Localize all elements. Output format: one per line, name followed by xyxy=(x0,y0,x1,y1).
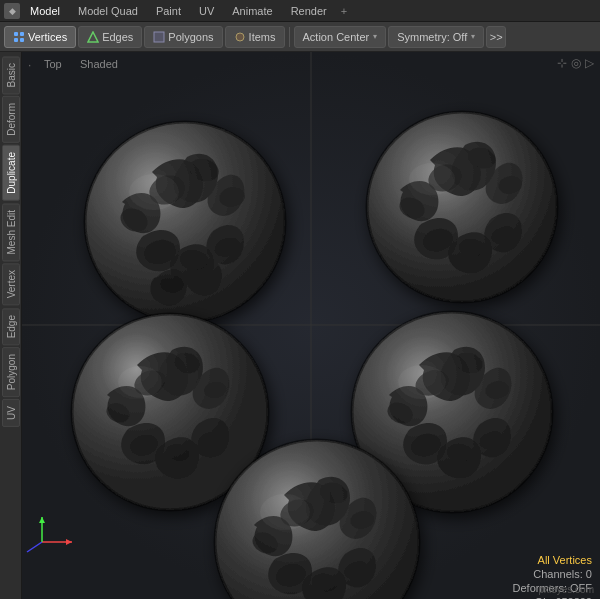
toolbar-separator-1 xyxy=(289,27,290,47)
menu-plus[interactable]: + xyxy=(337,3,351,19)
symmetry-chevron: ▾ xyxy=(471,32,475,41)
svg-rect-5 xyxy=(154,32,164,42)
toolbar: Vertices Edges Polygons Items Action Cen… xyxy=(0,22,600,52)
svg-marker-4 xyxy=(88,32,98,42)
viewport-top-label: Top xyxy=(44,58,62,70)
sidebar-tab-deform[interactable]: Deform xyxy=(2,96,20,143)
sidebar-tab-basic[interactable]: Basic xyxy=(2,56,20,94)
menu-tab-render[interactable]: Render xyxy=(283,0,335,22)
status-channels: Channels: 0 xyxy=(533,568,592,580)
sidebar-tab-uv[interactable]: UV xyxy=(2,399,20,427)
viewport-top-icons: ⊹ ◎ ▷ xyxy=(557,56,594,70)
status-all-vertices: All Vertices xyxy=(538,554,593,566)
vertices-icon xyxy=(13,31,25,43)
items-button[interactable]: Items xyxy=(225,26,285,48)
svg-rect-1 xyxy=(20,32,24,36)
menu-tab-modelquad[interactable]: Model Quad xyxy=(70,0,146,22)
action-center-chevron: ▾ xyxy=(373,32,377,41)
sphere-1 xyxy=(85,122,285,322)
svg-point-36 xyxy=(409,163,455,195)
vertices-button[interactable]: Vertices xyxy=(4,26,76,48)
viewport-svg: All Vertices Channels: 0 Deformers: OFF … xyxy=(22,52,600,599)
viewport-area: · Top Shaded ⊹ ◎ ▷ xyxy=(22,52,600,599)
sidebar-tab-polygon[interactable]: Polygon xyxy=(2,347,20,397)
watermark-text: pxleyes.com xyxy=(538,584,594,595)
action-center-button[interactable]: Action Center ▾ xyxy=(294,26,387,48)
viewport-shading-label: Shaded xyxy=(80,58,118,70)
sidebar-tab-vertex[interactable]: Vertex xyxy=(2,263,20,305)
edges-button[interactable]: Edges xyxy=(78,26,142,48)
svg-point-6 xyxy=(236,33,244,41)
viewport-dot: · xyxy=(28,58,31,72)
polygons-button[interactable]: Polygons xyxy=(144,26,222,48)
sidebar-tab-edge[interactable]: Edge xyxy=(2,308,20,345)
svg-rect-2 xyxy=(14,38,18,42)
sidebar-tab-meshedit[interactable]: Mesh Edit xyxy=(2,203,20,261)
svg-point-56 xyxy=(398,365,446,399)
svg-point-26 xyxy=(129,174,179,210)
menu-tab-model[interactable]: Model xyxy=(22,0,68,22)
left-sidebar: Basic Deform Duplicate Mesh Edit Vertex … xyxy=(0,52,22,599)
polygons-icon xyxy=(153,31,165,43)
more-tools-button[interactable]: >> xyxy=(486,26,506,48)
viewport-icon-triangle[interactable]: ▷ xyxy=(585,56,594,70)
symmetry-button[interactable]: Symmetry: Off ▾ xyxy=(388,26,484,48)
menu-bar: ◆ Model Model Quad Paint UV Animate Rend… xyxy=(0,0,600,22)
items-icon xyxy=(234,31,246,43)
svg-point-66 xyxy=(260,494,310,530)
sidebar-tab-duplicate[interactable]: Duplicate xyxy=(2,145,20,201)
app-icon: ◆ xyxy=(4,3,20,19)
sphere-2 xyxy=(367,112,557,302)
svg-point-46 xyxy=(118,366,162,398)
menu-tab-paint[interactable]: Paint xyxy=(148,0,189,22)
menu-tab-uv[interactable]: UV xyxy=(191,0,222,22)
svg-rect-3 xyxy=(20,38,24,42)
viewport-icon-move[interactable]: ⊹ xyxy=(557,56,567,70)
menu-tab-animate[interactable]: Animate xyxy=(224,0,280,22)
viewport-icon-search[interactable]: ◎ xyxy=(571,56,581,70)
svg-rect-0 xyxy=(14,32,18,36)
main-layout: Basic Deform Duplicate Mesh Edit Vertex … xyxy=(0,52,600,599)
edges-icon xyxy=(87,31,99,43)
